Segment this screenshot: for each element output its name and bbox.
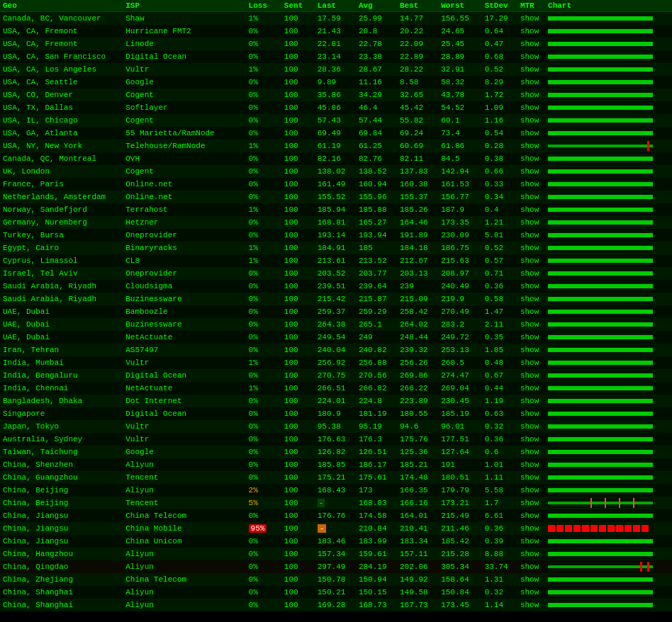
worst-cell: 260.5 (438, 356, 481, 369)
worst-cell: 61.86 (438, 140, 481, 152)
worst-cell: 58.32 (438, 76, 481, 89)
stdev-cell: 0.34 (482, 191, 517, 203)
geo-cell: China, Zhejiang (0, 573, 123, 586)
mtr-cell[interactable]: show (517, 560, 545, 573)
table-row: Egypt, CairoBinaryracks1%100184.91185184… (0, 242, 672, 254)
mtr-cell[interactable]: show (517, 50, 545, 63)
mtr-cell[interactable]: show (517, 242, 545, 254)
mtr-cell[interactable]: show (517, 280, 545, 293)
mtr-cell[interactable]: show (517, 369, 545, 382)
mtr-cell[interactable]: show (517, 382, 545, 395)
sent-cell: 100 (281, 191, 315, 203)
sent-cell: 100 (281, 420, 315, 433)
mtr-cell[interactable]: show (517, 395, 545, 407)
mtr-cell[interactable]: show (517, 165, 545, 178)
stdev-cell: 0.38 (482, 152, 517, 165)
chart-cell (545, 599, 672, 611)
mtr-cell[interactable]: show (517, 38, 545, 50)
worst-cell: 186.75 (438, 242, 481, 254)
mtr-cell[interactable]: show (517, 548, 545, 560)
geo-cell: India, Chennai (0, 382, 123, 395)
sent-cell: 100 (281, 25, 315, 38)
isp-cell: Binaryracks (123, 242, 245, 254)
mtr-cell[interactable]: show (517, 89, 545, 101)
mtr-cell[interactable]: show (517, 356, 545, 369)
mtr-cell[interactable]: show (517, 101, 545, 114)
table-row: USA, TX, DallasSoftlayer0%10045.8646.445… (0, 101, 672, 114)
isp-cell: OVH (123, 152, 245, 165)
header-last: Last (315, 0, 356, 12)
table-row: USA, CO, DenverCogent0%10035.8634.2932.6… (0, 89, 672, 101)
header-worst: Worst (438, 0, 481, 12)
worst-cell: 211.46 (438, 522, 481, 535)
mtr-cell[interactable]: show (517, 458, 545, 471)
stdev-cell: 0.63 (482, 407, 517, 420)
mtr-cell[interactable]: show (517, 178, 545, 191)
last-cell: 168.81 (315, 216, 356, 229)
geo-cell: UAE, Dubai (0, 305, 123, 318)
mtr-cell[interactable]: show (517, 484, 545, 497)
best-cell: 164.01 (397, 509, 438, 522)
mtr-cell[interactable]: show (517, 229, 545, 242)
avg-cell: 95.19 (356, 420, 397, 433)
mtr-cell[interactable]: show (517, 433, 545, 446)
last-cell: 150.78 (315, 573, 356, 586)
avg-cell: 203.77 (356, 267, 397, 280)
loss-cell: 5% (246, 497, 281, 509)
mtr-cell[interactable]: show (517, 203, 545, 216)
mtr-cell[interactable]: show (517, 344, 545, 356)
mtr-cell[interactable]: show (517, 331, 545, 344)
mtr-cell[interactable]: show (517, 12, 545, 26)
best-cell: 202.06 (397, 560, 438, 573)
mtr-cell[interactable]: show (517, 191, 545, 203)
mtr-cell[interactable]: show (517, 318, 545, 331)
stdev-cell: 0.47 (482, 38, 517, 50)
best-cell: 125.36 (397, 446, 438, 458)
table-row: USA, NY, New YorkTelehouse/RamNode1%1006… (0, 140, 672, 152)
isp-cell: Digital Ocean (123, 407, 245, 420)
mtr-cell[interactable]: show (517, 471, 545, 484)
mtr-cell[interactable]: show (517, 522, 545, 535)
mtr-cell[interactable]: show (517, 535, 545, 548)
mtr-cell[interactable]: show (517, 25, 545, 38)
mtr-cell[interactable]: show (517, 267, 545, 280)
mtr-cell[interactable]: show (517, 509, 545, 522)
table-row: France, ParisOnline.net0%100161.49160.94… (0, 178, 672, 191)
loss-cell: 0% (246, 216, 281, 229)
last-cell: 176.76 (315, 509, 356, 522)
stdev-cell: 1.16 (482, 114, 517, 127)
mtr-cell[interactable]: show (517, 573, 545, 586)
mtr-cell[interactable]: show (517, 216, 545, 229)
mtr-cell[interactable]: show (517, 76, 545, 89)
last-cell: 126.82 (315, 446, 356, 458)
avg-cell: 284.19 (356, 560, 397, 573)
chart-cell (545, 25, 672, 38)
geo-cell: China, Shanghai (0, 586, 123, 599)
mtr-cell[interactable]: show (517, 63, 545, 76)
best-cell: 239.32 (397, 344, 438, 356)
mtr-cell[interactable]: show (517, 293, 545, 305)
avg-cell: 160.94 (356, 178, 397, 191)
worst-cell: 179.79 (438, 484, 481, 497)
mtr-cell[interactable]: show (517, 254, 545, 267)
sent-cell: 100 (281, 305, 315, 318)
mtr-cell[interactable]: show (517, 140, 545, 152)
worst-cell: 215.63 (438, 254, 481, 267)
geo-cell: Netherlands, Amsterdam (0, 191, 123, 203)
mtr-cell[interactable]: show (517, 599, 545, 611)
avg-cell: 138.52 (356, 165, 397, 178)
worst-cell: 127.64 (438, 446, 481, 458)
mtr-cell[interactable]: show (517, 152, 545, 165)
sent-cell: 100 (281, 242, 315, 254)
mtr-cell[interactable]: show (517, 420, 545, 433)
mtr-cell[interactable]: show (517, 127, 545, 140)
mtr-cell[interactable]: show (517, 305, 545, 318)
mtr-cell[interactable]: show (517, 497, 545, 509)
mtr-cell[interactable]: show (517, 114, 545, 127)
chart-cell (545, 165, 672, 178)
chart-cell (545, 38, 672, 50)
mtr-cell[interactable]: show (517, 446, 545, 458)
mtr-cell[interactable]: show (517, 586, 545, 599)
loss-cell: 0% (246, 331, 281, 344)
mtr-cell[interactable]: show (517, 407, 545, 420)
